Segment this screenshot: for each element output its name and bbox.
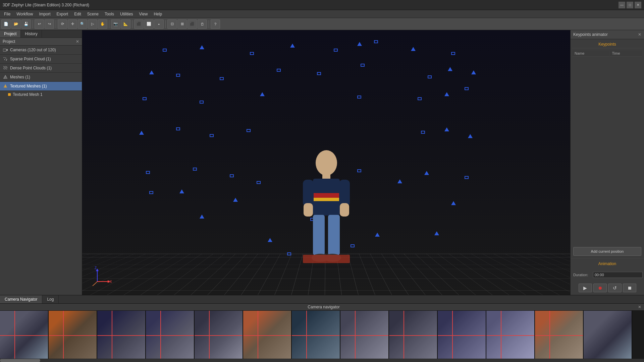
tool-redo[interactable]: ↪ — [45, 19, 54, 29]
thumbnail-10[interactable] — [438, 311, 486, 359]
tool-save[interactable]: 💾 — [21, 19, 31, 29]
3d-viewport[interactable]: Z X — [82, 30, 570, 295]
tree-item-dense[interactable]: Dense Point Clouds (1) — [0, 64, 82, 73]
tool-view-front[interactable]: ⬛ — [134, 19, 144, 29]
thumb-line-v-10 — [452, 311, 453, 359]
panel-title: Project — [3, 39, 15, 44]
cam-marker-32 — [210, 134, 214, 137]
tab-project[interactable]: Project — [0, 30, 21, 38]
tool-move[interactable]: ✛ — [68, 19, 77, 29]
menu-file[interactable]: File — [1, 11, 13, 17]
menu-help[interactable]: Help — [151, 11, 165, 17]
tree-item-textured-meshes[interactable]: Textured Meshes (1) — [0, 82, 82, 91]
tool-undo[interactable]: ↩ — [35, 19, 44, 29]
tab-camera-navigator[interactable]: Camera Navigator — [0, 295, 42, 303]
thumbnail-7[interactable] — [292, 311, 340, 359]
menu-export[interactable]: Export — [54, 11, 71, 17]
close-button[interactable]: ✕ — [635, 2, 641, 8]
right-panel: Keypoints animator ✕ Keypoints Name Time… — [570, 30, 644, 295]
cam-marker-44 — [357, 169, 361, 172]
tool-wireframe[interactable]: ⊞ — [177, 19, 187, 29]
thumbnail-13[interactable] — [584, 311, 632, 359]
tree-item-sparse[interactable]: Sparse Point Cloud (1) — [0, 55, 82, 64]
keypoints-animator-title: Keypoints animator — [573, 32, 608, 37]
svg-rect-27 — [313, 193, 340, 198]
menu-view[interactable]: View — [137, 11, 151, 17]
tool-camera[interactable]: 📷 — [111, 19, 120, 29]
tool-measure[interactable]: 📐 — [121, 19, 130, 29]
tool-fit[interactable]: ⊡ — [167, 19, 177, 29]
svg-point-18 — [6, 69, 7, 69]
add-current-position-button[interactable]: Add current position — [573, 247, 641, 256]
thumbnail-12[interactable] — [535, 311, 584, 359]
thumbnail-5[interactable] — [195, 311, 243, 359]
stop-button[interactable]: ⏹ — [623, 284, 636, 292]
tool-open[interactable]: 📂 — [11, 19, 21, 29]
tree-item-meshes[interactable]: Meshes (1) — [0, 73, 82, 82]
sparse-icon — [3, 56, 8, 62]
tool-zoom[interactable]: 🔍 — [78, 19, 87, 29]
svg-point-11 — [4, 67, 4, 68]
menu-scene[interactable]: Scene — [85, 11, 101, 17]
menu-utilities[interactable]: Utilities — [117, 11, 136, 17]
duration-input[interactable] — [593, 272, 643, 278]
camera-icon — [3, 47, 8, 53]
cam-near-person-4 — [375, 233, 380, 237]
tool-new[interactable]: 📄 — [1, 19, 11, 29]
toolbar-sep-3 — [109, 20, 109, 28]
tab-log[interactable]: Log — [42, 295, 59, 303]
menu-workflow[interactable]: Workflow — [14, 11, 36, 17]
thumb-line-v-7 — [306, 311, 307, 359]
tool-pan[interactable]: ✋ — [98, 19, 107, 29]
minimize-button[interactable]: — — [619, 2, 625, 8]
tool-view-side[interactable]: ▪ — [154, 19, 164, 29]
thumbnail-11[interactable] — [486, 311, 535, 359]
sub-item-textured-mesh-1[interactable]: Textured Mesh 1 — [0, 91, 82, 98]
cam-marker-4 — [290, 44, 295, 48]
cam-marker-31 — [176, 127, 180, 130]
thumbnail-4[interactable] — [146, 311, 195, 359]
reset-button[interactable]: ↺ — [608, 284, 622, 292]
cam-marker-6 — [374, 40, 378, 43]
svg-point-12 — [5, 67, 5, 68]
cam-marker-14 — [317, 72, 321, 75]
dense-icon — [3, 65, 8, 71]
horizontal-scrollbar[interactable] — [0, 359, 644, 362]
tool-rotate[interactable]: ⟳ — [58, 19, 67, 29]
thumbnail-1[interactable] — [0, 311, 49, 359]
svg-point-3 — [5, 58, 6, 58]
tool-select[interactable]: ▷ — [88, 19, 97, 29]
svg-rect-34 — [328, 215, 340, 255]
thumb-line-h-8 — [340, 335, 388, 336]
thumbnail-9[interactable] — [389, 311, 438, 359]
record-button[interactable]: ⏺ — [593, 284, 607, 292]
thumbnail-8[interactable] — [340, 311, 389, 359]
play-button[interactable]: ▶ — [579, 284, 592, 292]
maximize-button[interactable]: □ — [627, 2, 633, 8]
cam-marker-46 — [424, 171, 429, 175]
scrollbar-thumb[interactable] — [0, 359, 40, 362]
camera-nav-close-button[interactable]: ✕ — [638, 305, 641, 309]
tool-solid[interactable]: ⬛ — [187, 19, 197, 29]
panel-close-button[interactable]: ✕ — [76, 39, 79, 44]
right-panel-close-button[interactable]: ✕ — [638, 32, 641, 37]
bottom-area: Camera Navigator Log Camera navigator ✕ — [0, 295, 644, 362]
menu-edit[interactable]: Edit — [71, 11, 84, 17]
menu-tools[interactable]: Tools — [102, 11, 117, 17]
tool-texture[interactable]: 🗒 — [198, 19, 207, 29]
tool-help[interactable]: ? — [211, 19, 220, 29]
thumb-line-v-5 — [209, 311, 210, 359]
tool-view-top[interactable]: ⬜ — [144, 19, 154, 29]
svg-point-5 — [6, 59, 7, 60]
tree-item-cameras[interactable]: Cameras (120 out of 120) — [0, 46, 82, 55]
thumbnail-2[interactable] — [49, 311, 97, 359]
thumb-line-v-4 — [160, 311, 161, 359]
toolbar-sep-1 — [33, 20, 33, 28]
thumbnail-6[interactable] — [243, 311, 292, 359]
menu-import[interactable]: Import — [36, 11, 53, 17]
textured-mesh-color — [8, 93, 11, 96]
svg-point-13 — [6, 67, 6, 68]
cam-marker-15 — [361, 64, 365, 67]
thumbnail-3[interactable] — [97, 311, 146, 359]
tab-history[interactable]: History — [21, 30, 42, 38]
